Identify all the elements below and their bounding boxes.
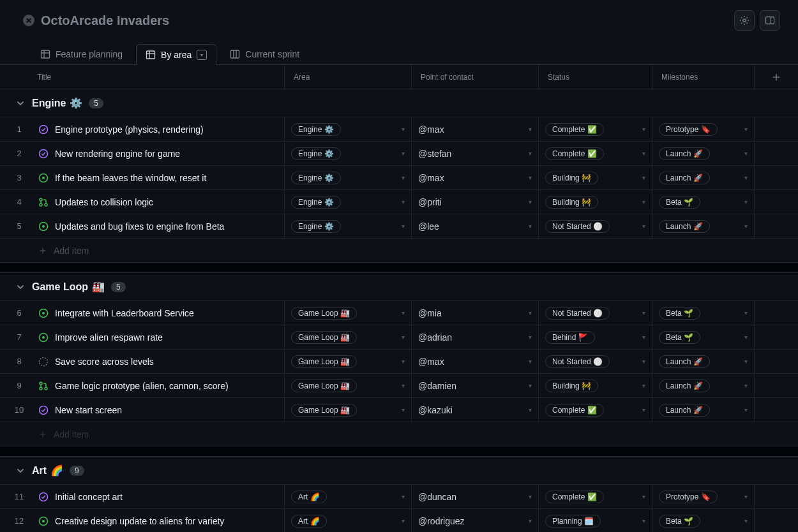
issue-title[interactable]: Updates to collision logic	[55, 197, 153, 207]
contact-value: @max	[418, 357, 444, 367]
svg-rect-3	[41, 50, 50, 58]
issue-title[interactable]: Creative design update to aliens for var…	[55, 516, 224, 526]
chevron-down-icon: ▾	[402, 517, 405, 524]
table-row[interactable]: 8 Save score across levels Game Loop 🏭 ▾…	[0, 350, 798, 374]
milestone-cell[interactable]: Launch 🚀 ▾	[652, 350, 754, 373]
table-row[interactable]: 1 Engine prototype (physics, rendering) …	[0, 117, 798, 142]
status-cell[interactable]: Not Started ⚪ ▾	[538, 301, 652, 325]
status-cell[interactable]: Planning 🗓️ ▾	[538, 509, 652, 532]
contact-cell[interactable]: @max ▾	[411, 117, 538, 141]
contact-cell[interactable]: @adrian ▾	[411, 325, 538, 349]
add-item-button[interactable]: Add item	[0, 239, 798, 263]
table-row[interactable]: 2 New rendering engine for game Engine ⚙…	[0, 142, 798, 166]
table-row[interactable]: 11 Initial concept art Art 🌈 ▾ @duncan ▾…	[0, 485, 798, 509]
issue-title[interactable]: Improve alien respawn rate	[55, 332, 163, 343]
milestone-cell[interactable]: Prototype 🔖 ▾	[652, 117, 754, 141]
milestone-cell[interactable]: Prototype 🔖 ▾	[652, 485, 754, 508]
issue-status-icon	[38, 124, 49, 135]
area-pill: Game Loop 🏭	[291, 404, 357, 417]
area-cell[interactable]: Engine ⚙️ ▾	[284, 214, 411, 238]
milestone-cell[interactable]: Launch 🚀 ▾	[652, 214, 754, 238]
contact-cell[interactable]: @priti ▾	[411, 190, 538, 214]
contact-cell[interactable]: @kazuki ▾	[411, 398, 538, 422]
table-row[interactable]: 5 Updates and bug fixes to engine from B…	[0, 214, 798, 239]
milestone-cell[interactable]: Launch 🚀 ▾	[652, 166, 754, 189]
contact-cell[interactable]: @max ▾	[411, 350, 538, 373]
issue-title[interactable]: New rendering engine for game	[55, 149, 180, 159]
area-cell[interactable]: Game Loop 🏭 ▾	[284, 374, 411, 397]
status-cell[interactable]: Behind 🚩 ▾	[538, 325, 652, 349]
status-cell[interactable]: Complete ✅ ▾	[538, 117, 652, 141]
area-cell[interactable]: Game Loop 🏭 ▾	[284, 301, 411, 325]
area-cell[interactable]: Engine ⚙️ ▾	[284, 190, 411, 214]
issue-title[interactable]: Game logic prototype (alien, cannon, sco…	[55, 381, 229, 391]
status-cell[interactable]: Building 🚧 ▾	[538, 190, 652, 214]
milestone-cell[interactable]: Launch 🚀 ▾	[652, 398, 754, 422]
status-cell[interactable]: Building 🚧 ▾	[538, 374, 652, 397]
table-icon	[40, 49, 50, 59]
group-collapse-icon[interactable]	[15, 466, 26, 476]
column-header-area[interactable]: Area	[284, 65, 411, 89]
group-collapse-icon[interactable]	[15, 282, 26, 292]
board-icon	[230, 49, 240, 59]
page-title: OctoArcade Invaders	[41, 13, 169, 28]
chevron-down-icon: ▾	[642, 406, 645, 413]
issue-title[interactable]: Save score across levels	[55, 357, 154, 367]
status-cell[interactable]: Complete ✅ ▾	[538, 142, 652, 165]
area-cell[interactable]: Art 🌈 ▾	[284, 509, 411, 532]
issue-title[interactable]: New start screen	[55, 405, 122, 415]
issue-title[interactable]: Integrate with Leaderboard Service	[55, 308, 194, 318]
table-row[interactable]: 6 Integrate with Leaderboard Service Gam…	[0, 301, 798, 325]
contact-cell[interactable]: @mia ▾	[411, 301, 538, 325]
table-row[interactable]: 10 New start screen Game Loop 🏭 ▾ @kazuk…	[0, 398, 798, 422]
milestone-cell[interactable]: Launch 🚀 ▾	[652, 374, 754, 397]
table-row[interactable]: 4 Updates to collision logic Engine ⚙️ ▾…	[0, 190, 798, 214]
table-row[interactable]: 9 Game logic prototype (alien, cannon, s…	[0, 374, 798, 398]
tab-feature-planning[interactable]: Feature planning	[31, 43, 132, 64]
tab-current-sprint[interactable]: Current sprint	[220, 43, 309, 64]
row-number: 8	[6, 357, 32, 366]
area-cell[interactable]: Game Loop 🏭 ▾	[284, 398, 411, 422]
table-row[interactable]: 12 Creative design update to aliens for …	[0, 509, 798, 532]
milestone-cell[interactable]: Beta 🌱 ▾	[652, 301, 754, 325]
area-cell[interactable]: Engine ⚙️ ▾	[284, 142, 411, 165]
column-header-contact[interactable]: Point of contact	[411, 65, 538, 89]
tab-by-area[interactable]: By area ▾	[136, 44, 216, 65]
settings-button[interactable]	[734, 10, 755, 31]
issue-title[interactable]: Initial concept art	[55, 492, 123, 502]
area-cell[interactable]: Art 🌈 ▾	[284, 485, 411, 508]
row-end	[754, 214, 798, 238]
table-row[interactable]: 3 If the beam leaves the window, reset i…	[0, 166, 798, 190]
milestone-cell[interactable]: Beta 🌱 ▾	[652, 325, 754, 349]
area-cell[interactable]: Game Loop 🏭 ▾	[284, 350, 411, 373]
milestone-cell[interactable]: Beta 🌱 ▾	[652, 190, 754, 214]
contact-cell[interactable]: @stefan ▾	[411, 142, 538, 165]
area-cell[interactable]: Game Loop 🏭 ▾	[284, 325, 411, 349]
contact-cell[interactable]: @duncan ▾	[411, 485, 538, 508]
add-column-button[interactable]	[754, 65, 798, 89]
column-header-title[interactable]: Title	[0, 73, 284, 82]
group-collapse-icon[interactable]	[15, 98, 26, 108]
status-cell[interactable]: Building 🚧 ▾	[538, 166, 652, 189]
chevron-down-icon: ▾	[402, 406, 405, 413]
table-row[interactable]: 7 Improve alien respawn rate Game Loop 🏭…	[0, 325, 798, 350]
panel-toggle-button[interactable]	[760, 10, 780, 31]
contact-cell[interactable]: @lee ▾	[411, 214, 538, 238]
status-cell[interactable]: Complete ✅ ▾	[538, 398, 652, 422]
status-cell[interactable]: Not Started ⚪ ▾	[538, 350, 652, 373]
tab-dropdown-icon[interactable]: ▾	[197, 50, 207, 60]
status-cell[interactable]: Not Started ⚪ ▾	[538, 214, 652, 238]
issue-title[interactable]: If the beam leaves the window, reset it	[55, 173, 206, 183]
contact-cell[interactable]: @max ▾	[411, 166, 538, 189]
status-cell[interactable]: Complete ✅ ▾	[538, 485, 652, 508]
area-cell[interactable]: Engine ⚙️ ▾	[284, 117, 411, 141]
issue-title[interactable]: Engine prototype (physics, rendering)	[55, 124, 204, 135]
area-cell[interactable]: Engine ⚙️ ▾	[284, 166, 411, 189]
column-header-milestones[interactable]: Milestones	[652, 65, 754, 89]
contact-cell[interactable]: @damien ▾	[411, 374, 538, 397]
contact-cell[interactable]: @rodriguez ▾	[411, 509, 538, 532]
milestone-cell[interactable]: Beta 🌱 ▾	[652, 509, 754, 532]
column-header-status[interactable]: Status	[538, 65, 652, 89]
issue-title[interactable]: Updates and bug fixes to engine from Bet…	[55, 221, 224, 232]
milestone-cell[interactable]: Launch 🚀 ▾	[652, 142, 754, 165]
